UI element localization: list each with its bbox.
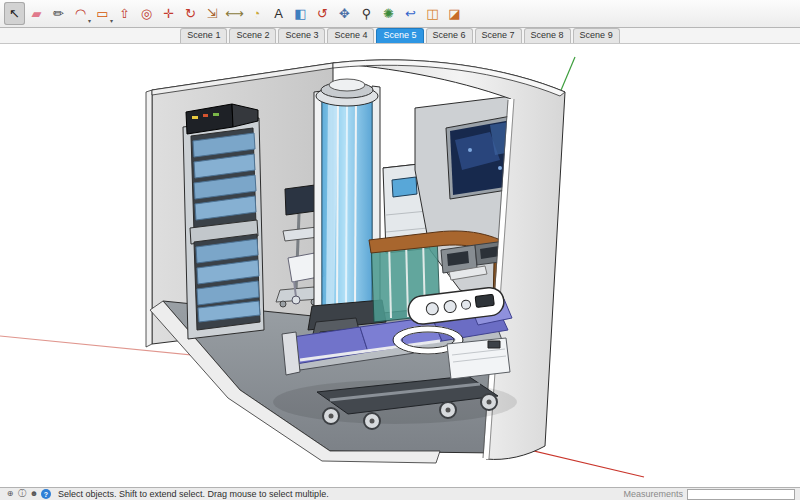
- arc-tool[interactable]: ◠▾: [70, 2, 91, 25]
- scene-tab-5[interactable]: Scene 5: [376, 28, 423, 43]
- orbit-tool-icon: ↺: [317, 7, 328, 20]
- shape-tool-icon: ▭: [96, 7, 108, 20]
- offset-tool[interactable]: ◎: [136, 2, 157, 25]
- model-viewport[interactable]: [0, 44, 800, 487]
- section-plane-tool[interactable]: ◫: [422, 2, 443, 25]
- shape-tool[interactable]: ▭▾: [92, 2, 113, 25]
- arc-tool-icon: ◠: [75, 7, 86, 20]
- orbit-tool[interactable]: ↺: [312, 2, 333, 25]
- help-icon[interactable]: ?: [41, 489, 51, 499]
- offset-tool-icon: ◎: [141, 7, 152, 20]
- scene-tab-3[interactable]: Scene 3: [278, 28, 325, 43]
- eraser-tool[interactable]: ▰: [26, 2, 47, 25]
- tape-measure-tool-icon: ⟷: [225, 7, 244, 20]
- scene-tab-1[interactable]: Scene 1: [180, 28, 227, 43]
- paint-bucket-tool[interactable]: ◧: [290, 2, 311, 25]
- user-icon[interactable]: ☻: [29, 489, 39, 499]
- measurements-label: Measurements: [623, 489, 683, 499]
- scene-tab-8[interactable]: Scene 8: [524, 28, 571, 43]
- statusbar: ⊕ⓘ☻? Select objects. Shift to extend sel…: [0, 487, 800, 500]
- push-pull-tool[interactable]: ⇧: [114, 2, 135, 25]
- text-tool-icon: A: [274, 7, 283, 20]
- bedside-machine[interactable]: [447, 338, 510, 379]
- toolbar: ↖▰✏◠▾▭▾⇧◎✛↻⇲⟷◔A◧↺✥⚲✺↩◫◪: [0, 0, 800, 28]
- rotate-tool[interactable]: ↻: [180, 2, 201, 25]
- protractor-tool[interactable]: ◔: [246, 2, 267, 25]
- zoom-extents-tool-icon: ✺: [383, 7, 394, 20]
- section-fill-tool-icon: ◪: [448, 7, 460, 20]
- paint-bucket-tool-icon: ◧: [294, 7, 306, 20]
- pan-tool-icon: ✥: [339, 7, 350, 20]
- scene-tabbar: Scene 1Scene 2Scene 3Scene 4Scene 5Scene…: [0, 28, 800, 44]
- text-tool[interactable]: A: [268, 2, 289, 25]
- scene-tab-7[interactable]: Scene 7: [475, 28, 522, 43]
- move-tool-icon: ✛: [163, 7, 174, 20]
- rotate-tool-icon: ↻: [185, 7, 196, 20]
- geolocation-icon[interactable]: ⊕: [5, 489, 15, 499]
- eraser-tool-icon: ▰: [32, 7, 42, 20]
- dropdown-arrow-icon: ▾: [88, 17, 91, 24]
- scene-tab-9[interactable]: Scene 9: [573, 28, 620, 43]
- previous-view-tool-icon: ↩: [405, 7, 416, 20]
- previous-view-tool[interactable]: ↩: [400, 2, 421, 25]
- select-tool[interactable]: ↖: [4, 2, 25, 25]
- scale-tool[interactable]: ⇲: [202, 2, 223, 25]
- zoom-tool[interactable]: ⚲: [356, 2, 377, 25]
- protractor-tool-icon: ◔: [253, 7, 261, 20]
- push-pull-tool-icon: ⇧: [119, 7, 130, 20]
- status-icons: ⊕ⓘ☻?: [5, 489, 51, 499]
- credits-icon[interactable]: ⓘ: [17, 489, 27, 499]
- scene-tab-6[interactable]: Scene 6: [426, 28, 473, 43]
- room-model[interactable]: [146, 60, 565, 463]
- pan-tool[interactable]: ✥: [334, 2, 355, 25]
- tape-measure-tool[interactable]: ⟷: [224, 2, 245, 25]
- line-tool-icon: ✏: [53, 7, 64, 20]
- zoom-extents-tool[interactable]: ✺: [378, 2, 399, 25]
- section-plane-tool-icon: ◫: [426, 7, 438, 20]
- section-fill-tool[interactable]: ◪: [444, 2, 465, 25]
- dropdown-arrow-icon: ▾: [110, 17, 113, 24]
- status-message: Select objects. Shift to extend select. …: [58, 489, 329, 499]
- line-tool[interactable]: ✏: [48, 2, 69, 25]
- move-tool[interactable]: ✛: [158, 2, 179, 25]
- scene-tab-4[interactable]: Scene 4: [327, 28, 374, 43]
- measurements-input[interactable]: [687, 489, 795, 500]
- zoom-tool-icon: ⚲: [362, 7, 372, 20]
- scale-tool-icon: ⇲: [207, 7, 218, 20]
- select-tool-icon: ↖: [9, 7, 20, 20]
- equipment-rack[interactable]: [183, 104, 264, 339]
- scene-tab-2[interactable]: Scene 2: [229, 28, 276, 43]
- model-canvas[interactable]: [0, 44, 800, 487]
- sketchup-window: ↖▰✏◠▾▭▾⇧◎✛↻⇲⟷◔A◧↺✥⚲✺↩◫◪ Scene 1Scene 2Sc…: [0, 0, 800, 500]
